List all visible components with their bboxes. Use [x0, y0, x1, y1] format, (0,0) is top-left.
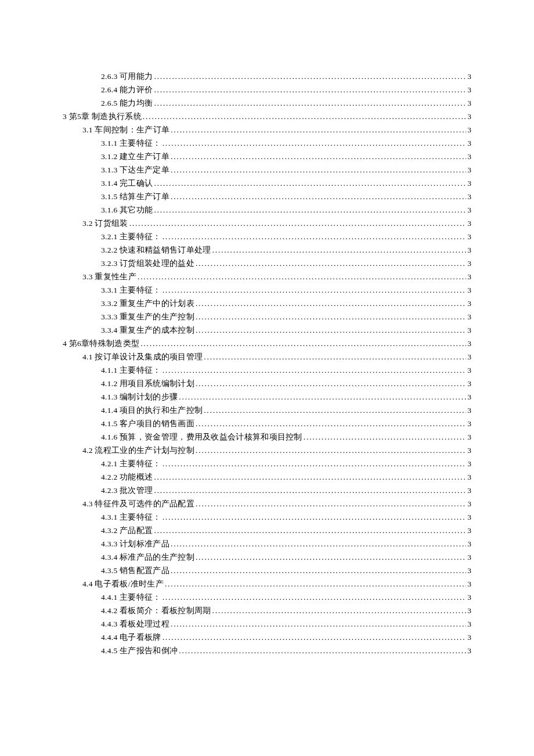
- toc-entry-label: 3.1.6 其它功能: [101, 203, 153, 217]
- toc-leader-dots: [165, 577, 466, 591]
- toc-entry[interactable]: 3.3.3 重复生产的生产控制3: [63, 310, 471, 323]
- toc-leader-dots: [154, 484, 466, 497]
- toc-entry[interactable]: 3.3.1 主要特征：3: [63, 283, 471, 297]
- toc-entry-label: 4.1.3 编制计划的步骤: [101, 390, 178, 404]
- toc-entry[interactable]: 4.3.4 标准产品的生产控制3: [63, 550, 471, 564]
- toc-leader-dots: [163, 136, 467, 150]
- toc-leader-dots: [154, 203, 466, 217]
- toc-entry[interactable]: 4.2.2 功能概述3: [63, 470, 471, 484]
- toc-entry[interactable]: 3.1.1 主要特征：3: [63, 136, 471, 150]
- toc-entry-page: 3: [467, 177, 471, 190]
- toc-entry-page: 3: [467, 484, 471, 497]
- toc-entry[interactable]: 4.4.2 看板简介：看板控制周期3: [63, 604, 471, 617]
- toc-entry-label: 4.3.3 计划标准产品: [101, 537, 169, 550]
- toc-entry[interactable]: 4 第6章特殊制造类型3: [63, 337, 471, 350]
- toc-entry[interactable]: 4.4.3 看板处理过程3: [63, 617, 471, 631]
- toc-entry-page: 3: [467, 270, 471, 283]
- toc-entry-label: 3.2.1 主要特征：: [101, 230, 161, 243]
- toc-entry-page: 3: [467, 404, 471, 417]
- toc-leader-dots: [154, 470, 466, 484]
- toc-entry-label: 4.3 特征件及可选件的产品配置: [82, 497, 194, 510]
- toc-entry-label: 4.4.4 电子看板牌: [101, 631, 161, 644]
- toc-entry[interactable]: 2.6.3 可用能力3: [63, 70, 471, 83]
- toc-leader-dots: [196, 497, 466, 510]
- toc-entry[interactable]: 4.3 特征件及可选件的产品配置3: [63, 497, 471, 510]
- toc-leader-dots: [171, 537, 466, 550]
- toc-leader-dots: [163, 363, 467, 377]
- toc-leader-dots: [212, 604, 466, 617]
- toc-entry[interactable]: 4.4.4 电子看板牌3: [63, 631, 471, 644]
- toc-leader-dots: [154, 524, 466, 537]
- toc-entry-page: 3: [467, 163, 471, 177]
- toc-leader-dots: [204, 404, 466, 417]
- toc-entry[interactable]: 4.1.2 用项目系统编制计划3: [63, 377, 471, 390]
- toc-entry-page: 3: [467, 217, 471, 230]
- toc-entry[interactable]: 3 第5章 制造执行系统3: [63, 110, 471, 123]
- toc-entry-page: 3: [467, 591, 471, 604]
- toc-entry[interactable]: 3.1.4 完工确认3: [63, 177, 471, 190]
- toc-leader-dots: [171, 617, 466, 631]
- toc-leader-dots: [163, 591, 467, 604]
- toc-leader-dots: [171, 190, 466, 203]
- toc-entry[interactable]: 2.6.4 能力评价3: [63, 83, 471, 96]
- toc-entry[interactable]: 3.3 重复性生产3: [63, 270, 471, 283]
- toc-entry-page: 3: [467, 497, 471, 510]
- toc-entry[interactable]: 3.1.2 建立生产订单3: [63, 150, 471, 163]
- toc-entry[interactable]: 4.1.4 项目的执行和生产控制3: [63, 404, 471, 417]
- toc-entry[interactable]: 4.3.3 计划标准产品3: [63, 537, 471, 550]
- toc-entry[interactable]: 3.1.3 下达生产定单3: [63, 163, 471, 177]
- toc-entry-label: 4.2 流程工业的生产计划与控制: [82, 444, 194, 457]
- toc-entry-label: 4.3.5 销售配置产品: [101, 564, 169, 577]
- toc-entry[interactable]: 4.2.3 批次管理3: [63, 484, 471, 497]
- toc-entry-label: 4.4.3 看板处理过程: [101, 617, 169, 631]
- toc-entry-page: 3: [467, 550, 471, 564]
- toc-entry[interactable]: 3.2 订货组装3: [63, 217, 471, 230]
- toc-entry[interactable]: 3.3.4 重复生产的成本控制3: [63, 323, 471, 337]
- toc-entry-page: 3: [467, 83, 471, 96]
- toc-entry-label: 4.4.5 生产报告和倒冲: [101, 644, 178, 657]
- toc-leader-dots: [154, 96, 466, 110]
- toc-entry-label: 3.2 订货组装: [82, 217, 128, 230]
- toc-entry[interactable]: 4.2 流程工业的生产计划与控制3: [63, 444, 471, 457]
- toc-entry[interactable]: 4.4 电子看板/准时生产3: [63, 577, 471, 591]
- toc-entry[interactable]: 2.6.5 能力均衡3: [63, 96, 471, 110]
- toc-entry-label: 4.4.2 看板简介：看板控制周期: [101, 604, 211, 617]
- toc-entry-label: 3.1.1 主要特征：: [101, 136, 161, 150]
- toc-entry-label: 4.1.2 用项目系统编制计划: [101, 377, 194, 390]
- toc-entry[interactable]: 3.1.5 结算生产订单3: [63, 190, 471, 203]
- toc-leader-dots: [212, 243, 466, 257]
- toc-entry-label: 4.4.1 主要特征：: [101, 591, 161, 604]
- toc-entry[interactable]: 4.4.1 主要特征：3: [63, 591, 471, 604]
- toc-entry[interactable]: 3.2.1 主要特征：3: [63, 230, 471, 243]
- toc-leader-dots: [163, 631, 467, 644]
- toc-entry[interactable]: 3.1.6 其它功能3: [63, 203, 471, 217]
- toc-entry-page: 3: [467, 150, 471, 163]
- toc-entry-page: 3: [467, 470, 471, 484]
- toc-entry[interactable]: 4.3.2 产品配置3: [63, 524, 471, 537]
- toc-leader-dots: [163, 510, 467, 524]
- toc-leader-dots: [196, 297, 466, 310]
- toc-leader-dots: [196, 417, 466, 430]
- toc-entry[interactable]: 4.1 按订单设计及集成的项目管理3: [63, 350, 471, 363]
- toc-entry[interactable]: 4.1.1 主要特征：3: [63, 363, 471, 377]
- toc-entry[interactable]: 3.2.2 快速和精益销售订单处理3: [63, 243, 471, 257]
- toc-entry[interactable]: 4.1.6 预算，资金管理，费用及收益会计核算和项目控制3: [63, 430, 471, 444]
- toc-entry[interactable]: 4.3.5 销售配置产品3: [63, 564, 471, 577]
- toc-entry[interactable]: 4.1.3 编制计划的步骤3: [63, 390, 471, 404]
- toc-entry[interactable]: 3.2.3 订货组装处理的益处3: [63, 257, 471, 270]
- toc-entry[interactable]: 3.1 车间控制：生产订单3: [63, 123, 471, 136]
- toc-entry-label: 3.3.2 重复生产中的计划表: [101, 297, 194, 310]
- toc-leader-dots: [129, 217, 467, 230]
- toc-entry[interactable]: 4.3.1 主要特征：3: [63, 510, 471, 524]
- toc-entry-label: 4.2.1 主要特征：: [101, 457, 161, 470]
- toc-entry[interactable]: 4.2.1 主要特征：3: [63, 457, 471, 470]
- toc-entry[interactable]: 4.4.5 生产报告和倒冲3: [63, 644, 471, 657]
- toc-leader-dots: [179, 390, 466, 404]
- toc-entry-page: 3: [467, 564, 471, 577]
- toc-entry-label: 4.2.2 功能概述: [101, 470, 153, 484]
- toc-entry[interactable]: 3.3.2 重复生产中的计划表3: [63, 297, 471, 310]
- toc-entry-page: 3: [467, 257, 471, 270]
- toc-entry[interactable]: 4.1.5 客户项目的销售画面3: [63, 417, 471, 430]
- toc-entry-page: 3: [467, 510, 471, 524]
- toc-entry-page: 3: [467, 136, 471, 150]
